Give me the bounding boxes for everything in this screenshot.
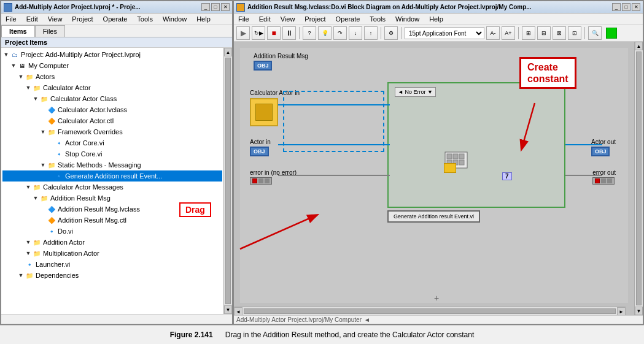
tree-item-calc-actor[interactable]: ▼ 📁 Calculator Actor <box>2 82 222 93</box>
execution-indicator <box>606 28 617 39</box>
scroll-thumb[interactable] <box>225 58 231 304</box>
tree-item-dependencies[interactable]: ▼ 📁 Dependencies <box>2 270 222 281</box>
right-menu-file[interactable]: File <box>236 15 251 23</box>
tree-item-calc-lvclass[interactable]: 🔷 Calculator Actor.lvclass <box>2 104 222 115</box>
scroll-up-btn[interactable]: ▲ <box>224 48 232 56</box>
right-menu-tools[interactable]: Tools <box>368 15 387 23</box>
left-scrollbar[interactable]: ▲ ▼ <box>223 48 232 314</box>
highlight-execution[interactable]: 💡 <box>318 26 332 40</box>
tree-item-computer[interactable]: ▼ 🖥 My Computer <box>2 60 222 71</box>
search-button[interactable]: 🔍 <box>588 26 602 40</box>
left-menu-operate[interactable]: Operate <box>101 15 130 23</box>
show-context-help[interactable]: ? <box>303 26 316 40</box>
tree-item-generate-addition[interactable]: 🔹 Generate Addition result Event... <box>2 170 222 182</box>
right-minimize-button[interactable]: _ <box>612 3 621 11</box>
left-menu-tools[interactable]: Tools <box>135 15 155 23</box>
toggle-dependencies[interactable]: ▼ <box>17 272 25 279</box>
right-menu-edit[interactable]: Edit <box>257 15 273 23</box>
right-menu-window[interactable]: Window <box>394 15 421 23</box>
tab-items[interactable]: Items <box>1 25 35 37</box>
right-scroll-thumb[interactable] <box>636 52 642 305</box>
scroll-down-btn[interactable]: ▼ <box>224 305 232 314</box>
toggle-root[interactable]: ▼ <box>2 51 10 58</box>
align-objects[interactable]: ⊞ <box>522 26 535 40</box>
right-scroll-up[interactable]: ▲ <box>635 42 643 50</box>
multiply-actor-folder-icon: 📁 <box>32 248 42 258</box>
right-menu-help[interactable]: Help <box>427 15 445 23</box>
tree-item-calc-messages[interactable]: ▼ 📁 Calculator Actor Messages <box>2 182 222 193</box>
left-minimize-button[interactable]: _ <box>201 3 210 11</box>
tree-container[interactable]: ▼ 🗂 Project: Add-Multiply Actor Project.… <box>1 48 223 314</box>
abort-button[interactable]: ■ <box>267 26 281 40</box>
left-maximize-button[interactable]: □ <box>211 3 220 11</box>
pause-button[interactable]: ⏸ <box>282 26 296 40</box>
left-menu-view[interactable]: View <box>46 15 64 23</box>
tree-item-addition-actor[interactable]: ▼ 📁 Addition Actor <box>2 237 222 248</box>
step-out[interactable]: ↑ <box>364 26 378 40</box>
toggle-addition-result[interactable]: ▼ <box>32 194 39 202</box>
run-button[interactable]: ▶ <box>236 26 250 40</box>
reorder-objects[interactable]: ⊡ <box>568 26 581 40</box>
toggle-addition-actor[interactable]: ▼ <box>25 239 32 246</box>
left-menu-project[interactable]: Project <box>70 15 95 23</box>
toolbar-sep-3 <box>401 27 402 39</box>
tree-item-actors[interactable]: ▼ 📁 Actors <box>2 71 222 82</box>
right-menu-project[interactable]: Project <box>303 15 327 23</box>
tree-label-root: Project: Add-Multiply Actor Project.lvpr… <box>21 51 141 58</box>
tree-item-multiply-actor[interactable]: ▼ 📁 Multiplication Actor <box>2 248 222 259</box>
tab-files[interactable]: Files <box>35 25 65 37</box>
right-close-button[interactable]: ✕ <box>632 3 640 11</box>
right-maximize-button[interactable]: □ <box>622 3 630 11</box>
right-scrollbar[interactable]: ▲ ▼ <box>634 42 643 315</box>
tree-item-calc-ctl[interactable]: 🔶 Calculator Actor.ctl <box>2 115 222 126</box>
diagram-canvas[interactable]: Addition Result Msg OBJ Calculator Actor… <box>234 42 634 315</box>
left-menu-edit[interactable]: Edit <box>25 15 40 23</box>
toggle-calc-class[interactable]: ▼ <box>32 95 39 102</box>
toggle-actors[interactable]: ▼ <box>17 73 25 80</box>
right-menu-operate[interactable]: Operate <box>334 15 362 23</box>
h-scrollbar[interactable]: ◄ ► <box>234 307 626 315</box>
toggle-static-methods[interactable]: ▼ <box>39 161 47 169</box>
scroll-left-btn[interactable]: ◄ <box>234 307 242 315</box>
diagram-with-scroll: Addition Result Msg OBJ Calculator Actor… <box>234 42 643 315</box>
toggle-calc-actor[interactable]: ▼ <box>25 84 32 91</box>
error-out-indicator <box>595 178 600 183</box>
toggle-framework[interactable]: ▼ <box>39 128 47 136</box>
tree-item-actor-core[interactable]: 🔹 Actor Core.vi <box>2 137 222 148</box>
tree-item-static-methods[interactable]: ▼ 📁 Static Methods - Messaging <box>2 159 222 170</box>
tree-item-do-vi[interactable]: 🔹 Do.vi <box>2 226 222 237</box>
no-error-dropdown[interactable]: ◄ No Error ▼ <box>395 87 436 97</box>
h-scroll-thumb[interactable] <box>244 308 616 314</box>
step-over[interactable]: ↷ <box>333 26 347 40</box>
svg-rect-1 <box>447 154 452 159</box>
tree-item-stop-core[interactable]: 🔹 Stop Core.vi <box>2 148 222 159</box>
drag-label: Drag <box>179 202 211 217</box>
clean-diagram-button[interactable]: ⚙ <box>384 26 398 40</box>
left-menu-file[interactable]: File <box>4 15 18 23</box>
dashed-rect-actor <box>283 91 384 152</box>
tree-item-framework[interactable]: ▼ 📁 Framework Overrides <box>2 126 222 137</box>
left-close-button[interactable]: ✕ <box>221 3 230 11</box>
diagram-plus: + <box>434 293 439 303</box>
distribute-objects[interactable]: ⊟ <box>537 26 551 40</box>
left-menu-help[interactable]: Help <box>195 15 212 23</box>
font-size-increase[interactable]: A+ <box>502 26 515 40</box>
tree-item-calc-class[interactable]: ▼ 📁 Calculator Actor Class <box>2 93 222 104</box>
resize-objects[interactable]: ⊠ <box>553 26 566 40</box>
right-menu-bar: File Edit View Project Operate Tools Win… <box>234 13 643 25</box>
step-into[interactable]: ↓ <box>349 26 362 40</box>
right-menu-view[interactable]: View <box>279 15 297 23</box>
toggle-computer[interactable]: ▼ <box>10 62 17 69</box>
addition-result-folder-icon: 📁 <box>39 193 49 203</box>
toggle-calc-messages[interactable]: ▼ <box>25 183 32 191</box>
run-continuously-button[interactable]: ↻▶ <box>252 26 265 40</box>
left-menu-window[interactable]: Window <box>161 15 188 23</box>
calc-actor-in-block <box>250 98 278 126</box>
tree-item-root[interactable]: ▼ 🗂 Project: Add-Multiply Actor Project.… <box>2 49 222 60</box>
font-size-decrease[interactable]: A- <box>486 26 500 40</box>
tree-item-launcher[interactable]: 🔹 Launcher.vi <box>2 259 222 270</box>
right-scroll-down[interactable]: ▼ <box>635 307 643 315</box>
font-dropdown[interactable]: 15pt Application Font <box>405 27 484 39</box>
scroll-right-btn[interactable]: ► <box>617 307 626 315</box>
toggle-multiply-actor[interactable]: ▼ <box>25 250 32 257</box>
